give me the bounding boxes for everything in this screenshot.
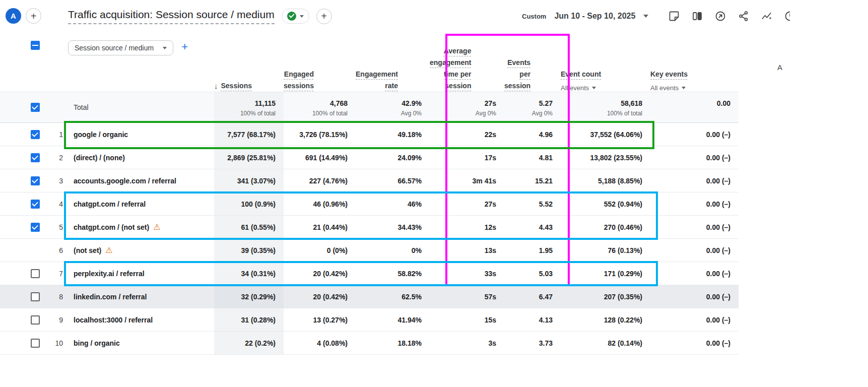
column-header-sessions[interactable]: ↓ Sessions	[214, 34, 284, 92]
cell-event-count: 5,188 (8.85%)	[561, 169, 650, 192]
column-header-events-per-session[interactable]: Events per session	[504, 34, 561, 92]
cell-sessions: 39 (0.35%)	[214, 239, 284, 262]
cell-engaged-sessions: 20 (0.42%)	[284, 262, 356, 285]
cell-engaged-sessions: 20 (0.42%)	[284, 285, 356, 308]
total-key-events: 0.00	[650, 92, 739, 122]
total-event-count: 58,618100% of total	[561, 92, 650, 122]
table-row[interactable]: 9 localhost:3000 / referral 31 (0.28%) 1…	[0, 308, 739, 332]
chevron-down-icon	[300, 15, 304, 18]
chevron-down-icon	[643, 15, 648, 18]
key-events-filter-dropdown[interactable]: All events	[650, 84, 686, 92]
column-label-sessions: Sessions	[221, 80, 252, 92]
row-index: 1	[48, 123, 63, 146]
total-row-checkbox[interactable]	[31, 103, 40, 112]
total-engaged-sessions: 4,768100% of total	[284, 92, 356, 122]
table-row[interactable]: 10 bing / organic 22 (0.2%) 4 (0.08%) 18…	[0, 332, 739, 355]
column-header-engaged-sessions[interactable]: Engaged sessions	[284, 34, 356, 92]
cell-key-events: 0.00 (–)	[650, 192, 739, 215]
table-row[interactable]: 6 (not set) ⚠ 39 (0.35%) 0 (0%) 0% 13s 1…	[0, 239, 739, 262]
row-checkbox[interactable]	[31, 339, 40, 348]
chevron-down-icon	[592, 87, 596, 89]
cell-event-count: 37,552 (64.06%)	[561, 123, 650, 146]
notes-icon[interactable]	[668, 10, 680, 22]
total-row: Total 11,115100% of total 4,768100% of t…	[0, 92, 739, 123]
cell-avg-engagement-time: 3s	[430, 332, 504, 354]
cell-source-medium: linkedin.com / referral	[63, 285, 214, 308]
row-checkbox[interactable]	[31, 223, 40, 232]
add-dimension-button[interactable]: +	[181, 41, 188, 52]
dimension-dropdown[interactable]: Session source / medium	[68, 40, 173, 55]
cell-sessions: 22 (0.2%)	[214, 332, 284, 354]
row-index: 10	[48, 332, 63, 354]
table-row[interactable]: 1 google / organic 7,577 (68.17%) 3,726 …	[0, 123, 739, 146]
table-row[interactable]: 7 perplexity.ai / referral 34 (0.31%) 20…	[0, 262, 739, 285]
row-checkbox[interactable]	[31, 130, 40, 139]
page-title[interactable]: Traffic acquisition: Session source / me…	[68, 9, 275, 24]
report-saved-status-badge[interactable]	[282, 9, 309, 24]
add-report-button[interactable]: +	[316, 9, 332, 24]
intelligence-insights-icon[interactable]	[761, 10, 773, 22]
column-label-events-per-session: Events per session	[504, 57, 530, 92]
cell-events-per-session: 4.13	[504, 308, 561, 331]
table-header: Session source / medium + ↓ Sessions Eng…	[0, 34, 739, 92]
column-header-avg-engagement-time[interactable]: Average engagement time per session	[430, 34, 504, 92]
cell-key-events: 0.00 (–)	[650, 285, 739, 308]
warning-icon: ⚠	[153, 223, 160, 231]
clipped-toolbar-icon[interactable]	[784, 10, 790, 22]
column-header-event-count[interactable]: Event count All events	[561, 34, 650, 92]
cell-event-count: 82 (0.14%)	[561, 332, 650, 354]
total-events-per-session: 5.27Avg 0%	[504, 92, 561, 122]
share-icon[interactable]	[738, 10, 750, 22]
cell-event-count: 13,802 (23.55%)	[561, 146, 650, 169]
cell-engaged-sessions: 0 (0%)	[284, 239, 356, 262]
event-count-filter-dropdown[interactable]: All events	[561, 84, 596, 92]
table-row[interactable]: 2 (direct) / (none) 2,869 (25.81%) 691 (…	[0, 146, 739, 169]
table-row[interactable]: 8 linkedin.com / referral 32 (0.29%) 20 …	[0, 285, 739, 308]
comparisons-icon[interactable]	[691, 10, 703, 22]
cell-event-count: 207 (0.35%)	[561, 285, 650, 308]
cell-avg-engagement-time: 27s	[430, 192, 504, 215]
insights-circle-icon[interactable]	[714, 10, 726, 22]
report-title-row: Traffic acquisition: Session source / me…	[68, 6, 332, 26]
cell-sessions: 2,869 (25.81%)	[214, 146, 284, 169]
cell-events-per-session: 5.03	[504, 262, 561, 285]
cell-events-per-session: 3.73	[504, 332, 561, 354]
column-label-engagement-rate: Engagement rate	[356, 69, 398, 92]
row-index: 9	[48, 308, 63, 331]
cell-avg-engagement-time: 57s	[430, 285, 504, 308]
cell-engaged-sessions: 4 (0.08%)	[284, 332, 356, 354]
avatar[interactable]: A	[6, 8, 21, 24]
row-index: 8	[48, 285, 63, 308]
table-row[interactable]: 5 chatgpt.com / (not set) ⚠ 61 (0.55%) 2…	[0, 216, 739, 239]
cell-events-per-session: 4.43	[504, 216, 561, 238]
cell-key-events: 0.00 (–)	[650, 308, 739, 331]
cell-source-medium: perplexity.ai / referral	[63, 262, 214, 285]
row-checkbox[interactable]	[31, 200, 40, 209]
cell-key-events: 0.00 (–)	[650, 146, 739, 169]
cell-engagement-rate: 0%	[356, 239, 430, 262]
row-checkbox[interactable]	[31, 269, 40, 278]
row-checkbox[interactable]	[31, 292, 40, 301]
column-header-engagement-rate[interactable]: Engagement rate	[356, 34, 430, 92]
column-header-key-events[interactable]: Key events All events	[650, 34, 739, 92]
cell-engagement-rate: 18.18%	[356, 332, 430, 354]
row-checkbox[interactable]	[31, 315, 40, 325]
row-checkbox[interactable]	[31, 153, 40, 162]
event-count-filter-value: All events	[561, 84, 589, 92]
cell-avg-engagement-time: 13s	[430, 239, 504, 262]
column-label-key-events: Key events	[650, 69, 688, 80]
sort-descending-icon: ↓	[214, 82, 218, 90]
row-checkbox[interactable]	[31, 176, 40, 185]
select-all-checkbox[interactable]	[31, 41, 40, 50]
date-range-picker[interactable]: Custom Jun 10 - Sep 10, 2025	[522, 0, 648, 32]
cell-engaged-sessions: 691 (14.49%)	[284, 146, 356, 169]
table-row[interactable]: 3 accounts.google.com / referral 341 (3.…	[0, 169, 739, 192]
cell-engaged-sessions: 46 (0.96%)	[284, 192, 356, 215]
add-button[interactable]: +	[26, 8, 41, 24]
row-index: 7	[48, 262, 63, 285]
table-row[interactable]: 4 chatgpt.com / referral 100 (0.9%) 46 (…	[0, 192, 739, 216]
cell-avg-engagement-time: 17s	[430, 146, 504, 169]
cell-engaged-sessions: 21 (0.44%)	[284, 216, 356, 238]
cell-source-medium: accounts.google.com / referral	[63, 169, 214, 192]
chevron-down-icon	[163, 47, 167, 49]
